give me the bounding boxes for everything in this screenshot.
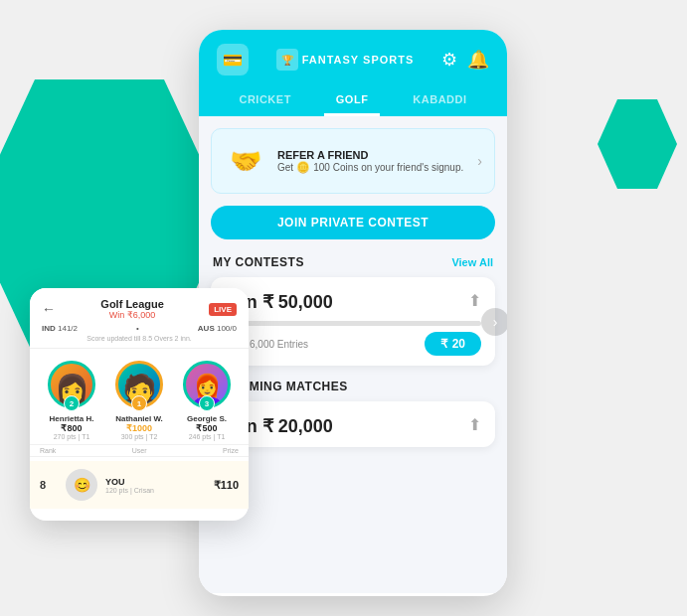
player-name-2: Nathaniel W. <box>115 414 163 423</box>
vs-separator: • <box>136 324 139 333</box>
bell-icon[interactable]: 🔔 <box>467 49 489 71</box>
entry-fee-button[interactable]: ₹ 20 <box>425 332 481 356</box>
upcoming-card-header: Win ₹ 20,000 ⬆ <box>225 415 481 437</box>
app-logo: 🏆 FANTASY SPORTS <box>276 49 415 71</box>
wallet-symbol: 💳 <box>223 51 243 70</box>
team2-score: AUS 100/0 <box>198 324 237 333</box>
golf-league-card: ← Golf League Win ₹6,000 LIVE IND 141/2 … <box>30 288 249 521</box>
nav-tabs: CRICKET GOLF KABADDI <box>217 85 489 116</box>
player-card-2: 🧑 1 Nathaniel W. ₹1000 300 pts | T2 <box>109 361 169 440</box>
player-prize-2: ₹1000 <box>126 423 152 433</box>
player-name-3: Georgie S. <box>187 414 227 423</box>
user-info: YOU 120 pts | Crisan <box>105 477 214 494</box>
hex-decoration-right <box>598 99 677 189</box>
player-avatar-wrap-2: 🧑 1 <box>115 361 163 408</box>
app-logo-icon: 🏆 <box>276 49 298 71</box>
tab-golf[interactable]: GOLF <box>324 85 381 116</box>
league-title-block: Golf League Win ₹6,000 <box>56 298 209 320</box>
tab-cricket[interactable]: CRICKET <box>227 85 302 116</box>
refer-arrow-icon: › <box>477 153 482 169</box>
col-prize: Prize <box>223 447 239 454</box>
player-pts-1: 270 pts | T1 <box>54 433 90 440</box>
player-pts-2: 300 pts | T2 <box>121 433 158 440</box>
col-rank: Rank <box>40 447 56 454</box>
app-header: 💳 🏆 FANTASY SPORTS ⚙ 🔔 CRICKET GOLF KABA… <box>199 30 507 116</box>
refer-desc: Get 🪙 100 Coins on your friend's signup. <box>277 161 463 174</box>
player-card-3: 👩‍🦰 3 Georgie S. ₹500 246 pts | T1 <box>177 361 237 440</box>
refer-text: REFER A FRIEND Get 🪙 100 Coins on your f… <box>277 149 463 174</box>
score-bar: IND 141/2 • AUS 100/0 <box>42 324 237 333</box>
coin-icon: 🪙 <box>296 161 310 174</box>
my-contests-section-row: MY CONTESTS View All <box>199 249 507 273</box>
user-pts-label: 120 pts | Crisan <box>105 487 214 494</box>
user-row: 8 😊 YOU 120 pts | Crisan ₹110 <box>30 461 249 509</box>
progress-bar-wrap <box>225 321 481 326</box>
user-rank: 8 <box>40 479 58 491</box>
upcoming-card: Win ₹ 20,000 ⬆ <box>211 401 495 447</box>
wallet-icon[interactable]: 💳 <box>217 44 249 76</box>
col-headers: Rank User Prize <box>30 444 249 457</box>
user-prize-label: ₹110 <box>214 479 239 492</box>
refer-banner: 🤝 REFER A FRIEND Get 🪙 100 Coins on your… <box>211 128 495 194</box>
team1-score: IND 141/2 <box>42 324 78 333</box>
player-rank-badge-1: 2 <box>64 395 80 411</box>
back-arrow-icon[interactable]: ← <box>42 301 56 317</box>
next-contest-button[interactable]: › <box>481 308 507 336</box>
player-avatar-wrap-3: 👩‍🦰 3 <box>183 361 231 408</box>
player-pts-3: 246 pts | T1 <box>189 433 226 440</box>
header-icons: ⚙ 🔔 <box>441 49 489 71</box>
league-win: Win ₹6,000 <box>56 310 209 320</box>
live-badge: LIVE <box>209 303 237 316</box>
col-user: User <box>132 447 147 454</box>
player-prize-1: ₹800 <box>61 423 82 433</box>
app-header-top: 💳 🏆 FANTASY SPORTS ⚙ 🔔 <box>217 44 489 76</box>
share-icon[interactable]: ⬆ <box>468 291 481 310</box>
player-avatar-wrap-1: 👩 2 <box>48 361 95 408</box>
app-logo-text: FANTASY SPORTS <box>302 54 415 66</box>
join-private-contest-button[interactable]: JOIN PRIVATE CONTEST <box>211 206 495 239</box>
player-rank-badge-2: 1 <box>131 395 147 411</box>
golf-league-header: ← Golf League Win ₹6,000 LIVE IND 141/2 … <box>30 288 249 349</box>
player-rank-badge-3: 3 <box>199 395 215 411</box>
user-avatar: 😊 <box>66 469 97 501</box>
player-prize-3: ₹500 <box>196 423 217 433</box>
user-name-label: YOU <box>105 477 214 487</box>
tab-kabaddi[interactable]: KABADDI <box>401 85 478 116</box>
join-btn-wrap: JOIN PRIVATE CONTEST <box>199 202 507 249</box>
my-contests-title: MY CONTESTS <box>213 255 304 269</box>
players-row: 👩 2 Henrietta H. ₹800 270 pts | T1 🧑 1 N… <box>30 349 249 444</box>
contest-card: ‹ › Win ₹ 50,000 ⬆ 300 / 6,000 Entries ₹… <box>211 277 495 366</box>
player-card-1: 👩 2 Henrietta H. ₹800 270 pts | T1 <box>42 361 101 440</box>
refer-title: REFER A FRIEND <box>277 149 463 161</box>
view-all-link[interactable]: View All <box>451 256 493 268</box>
player-name-1: Henrietta H. <box>50 414 94 423</box>
contest-footer: 300 / 6,000 Entries ₹ 20 <box>225 332 481 356</box>
upcoming-share-icon[interactable]: ⬆ <box>468 415 481 434</box>
league-name: Golf League <box>56 298 209 310</box>
score-update: Score updated till 8.5 Overs 2 inn. <box>42 335 237 342</box>
refer-illustration: 🤝 <box>224 139 267 183</box>
contest-card-header: Win ₹ 50,000 ⬆ <box>225 291 481 313</box>
filter-icon[interactable]: ⚙ <box>441 49 457 71</box>
